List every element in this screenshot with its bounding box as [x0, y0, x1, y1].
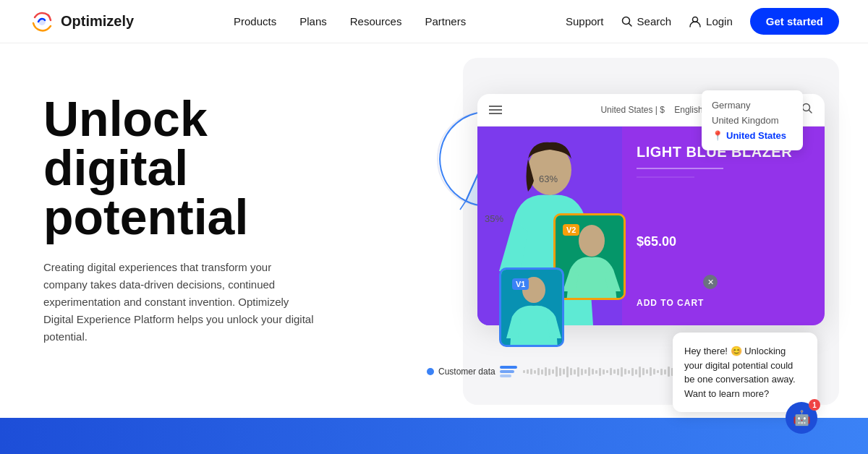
hero-left: Unlock digital potential Creating digita… — [43, 80, 376, 346]
logo-icon — [29, 9, 55, 35]
wave-bar — [534, 370, 536, 374]
logo[interactable]: Optimizely — [29, 9, 134, 35]
nav-resources[interactable]: Resources — [350, 15, 402, 27]
search-link[interactable]: Search — [621, 15, 672, 27]
product-price: $65.00 — [637, 234, 810, 249]
wave-bar — [588, 367, 590, 376]
stat-63-label: 63% — [539, 174, 558, 184]
support-link[interactable]: Support — [566, 15, 604, 27]
main-content: Unlock digital potential Creating digita… — [0, 43, 868, 454]
footer-strip — [0, 418, 868, 454]
chat-bubble: Hey there! 😊 Unlocking your digital pote… — [673, 333, 817, 412]
wave-bar — [639, 367, 641, 377]
customer-data-label: Customer data — [438, 367, 495, 377]
chat-message: Hey there! 😊 Unlocking your digital pote… — [684, 344, 806, 401]
hero-description: Creating digital experiences that transf… — [43, 259, 318, 346]
hamburger-line — [489, 106, 502, 107]
wave-bar — [530, 369, 532, 374]
preview-v1-card — [499, 267, 564, 347]
wave-bar — [660, 369, 663, 375]
svg-point-12 — [579, 225, 605, 257]
nav-links: Products Plans Resources Partners — [234, 15, 466, 27]
wave-bar — [527, 369, 529, 374]
v2-badge: V2 — [563, 224, 579, 236]
wave-bar — [566, 367, 569, 377]
svg-line-8 — [809, 111, 812, 113]
wave-bar — [523, 370, 525, 373]
location-dropdown: Germany United Kingdom 📍United States — [702, 90, 803, 150]
wave-bar — [563, 369, 565, 374]
wave-bar — [556, 367, 558, 377]
nav-products[interactable]: Products — [234, 15, 276, 27]
card-search-icon[interactable] — [801, 103, 813, 117]
wave-bar — [570, 368, 572, 375]
wave-bar — [603, 369, 605, 374]
location-us[interactable]: 📍United States — [712, 128, 793, 143]
data-dot — [427, 368, 434, 375]
wave-bar — [574, 369, 576, 374]
wave-bar — [581, 369, 583, 375]
chat-avatar[interactable]: 🤖 1 — [786, 402, 817, 434]
close-icon[interactable]: ✕ — [703, 275, 718, 289]
wave-bar — [559, 368, 561, 376]
wave-bar — [584, 369, 587, 374]
wave-bar — [552, 369, 554, 374]
hamburger-line — [489, 109, 502, 111]
hamburger-menu[interactable] — [489, 106, 502, 114]
svg-line-6 — [460, 201, 466, 210]
hamburger-line — [489, 113, 502, 114]
hero-title: Unlock digital potential — [43, 94, 376, 241]
nav-partners[interactable]: Partners — [425, 15, 466, 27]
hero-illustration: 63% 35% Germany United Kingdom 📍United S… — [405, 80, 825, 427]
nav-right: Support Search Login Get started — [566, 8, 839, 35]
product-divider — [637, 168, 723, 169]
stack-item-2 — [500, 370, 514, 373]
wave-bar — [631, 368, 634, 376]
wave-bar — [537, 368, 540, 375]
wave-bar — [541, 369, 543, 374]
stack-item-3 — [500, 374, 511, 377]
wave-bar — [592, 369, 594, 374]
location-germany[interactable]: Germany — [712, 98, 793, 113]
wave-bar — [548, 369, 550, 375]
wave-bar — [577, 367, 579, 377]
logo-text: Optimizely — [61, 13, 134, 30]
wave-bar — [610, 368, 612, 375]
user-icon — [689, 15, 702, 28]
data-stack-icon — [500, 366, 517, 377]
wave-bar — [613, 369, 616, 374]
v1-badge: V1 — [512, 278, 529, 290]
product-info: LIGHT BLUE BLAZER $65.00 ADD TO CART — [622, 127, 825, 325]
product-divider-2 — [637, 176, 694, 178]
wave-bar — [642, 368, 644, 375]
wave-bar — [646, 369, 648, 374]
wave-bar — [628, 370, 630, 374]
stack-item-1 — [500, 366, 517, 369]
card-locale: United States | $ English — [600, 105, 702, 115]
chat-bot-icon: 🤖 — [793, 409, 811, 427]
wave-bar — [621, 367, 623, 377]
nav-plans[interactable]: Plans — [299, 15, 327, 27]
wave-bar — [668, 367, 670, 377]
wave-bar — [599, 368, 601, 376]
wave-bar — [595, 370, 597, 374]
svg-line-2 — [629, 23, 631, 26]
wave-bar — [664, 369, 666, 374]
navbar: Optimizely Products Plans Resources Part… — [0, 0, 868, 43]
wave-bar — [545, 367, 547, 376]
location-uk[interactable]: United Kingdom — [712, 113, 793, 128]
wave-bar — [650, 367, 652, 376]
chat-notification-badge: 1 — [809, 399, 820, 411]
wave-bar — [606, 370, 608, 373]
login-link[interactable]: Login — [689, 15, 733, 28]
wave-bar — [635, 369, 637, 374]
add-to-cart-button[interactable]: ADD TO CART — [637, 298, 810, 308]
get-started-button[interactable]: Get started — [750, 8, 839, 35]
customer-data-badge: Customer data — [427, 366, 517, 377]
search-icon — [621, 16, 633, 27]
location-pin-icon: 📍 — [712, 130, 723, 141]
wave-bar — [624, 369, 626, 374]
wave-bar — [653, 369, 655, 374]
wave-bar — [617, 369, 619, 375]
wave-bar — [657, 370, 659, 373]
